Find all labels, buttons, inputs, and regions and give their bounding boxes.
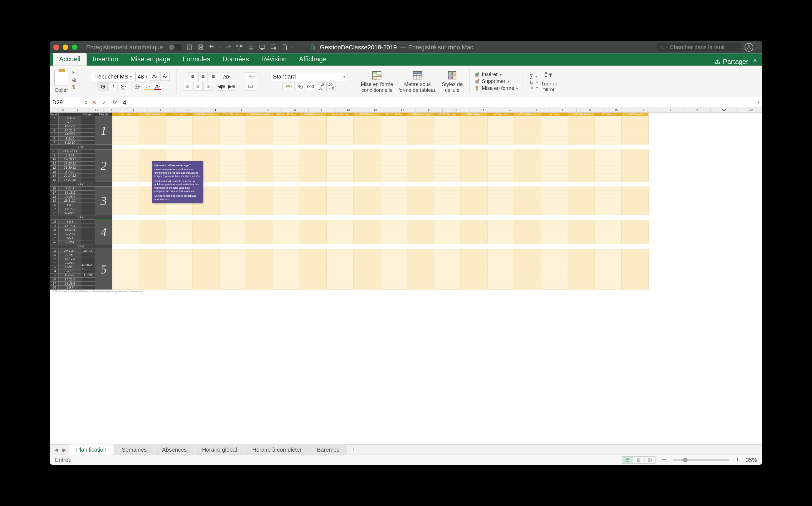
share-button[interactable]: Partager [715,58,751,66]
sheet-tab-horaire-completer[interactable]: Horaire à compléter [245,444,309,455]
close-window-button[interactable] [53,45,59,50]
font-name-select[interactable]: Trebuchet MS▾ [91,72,134,81]
redo-icon[interactable] [225,44,232,51]
page-break-view-icon[interactable] [644,456,655,463]
help-comment-box[interactable]: Comment utiliser cette page ? Ce tableau… [152,161,203,203]
print-icon[interactable] [247,44,255,51]
undo-icon[interactable] [208,44,216,51]
tab-revision[interactable]: Révision [255,53,293,66]
fx-icon[interactable]: fx [110,99,120,106]
font-color-button[interactable]: A▾ [153,82,162,91]
sheet-tab-horaire-global[interactable]: Horaire global [194,444,244,455]
clear-icon[interactable]: ▾ [530,85,538,90]
account-icon[interactable] [745,43,753,52]
delete-cells-button[interactable]: Supprimer▾ [474,79,518,84]
history-icon[interactable] [186,44,193,51]
svg-rect-24 [453,76,456,79]
cancel-edit-icon[interactable]: ✕ [89,99,99,106]
tab-donnees[interactable]: Données [216,53,255,66]
zoom-in-button[interactable]: + [733,456,741,463]
formula-input[interactable]: 4 [120,99,754,106]
document-status: — Enregistré sur mon Mac [400,44,473,51]
undo-more-caret[interactable]: ▾ [219,45,221,50]
increase-font-icon[interactable]: A▴ [150,72,159,80]
tab-insertion[interactable]: Insertion [87,53,124,66]
font-size-select[interactable]: 48▾ [136,72,149,81]
search-input[interactable]: ▾ Chercher dans la feuill [657,43,741,51]
sort-filter-button[interactable]: AZ Trier et filtrer [541,71,557,92]
paste-button[interactable]: Coller [55,70,68,93]
align-middle-icon[interactable]: ≡ [198,72,208,81]
sheet-tab-absences[interactable]: Absences [155,444,194,455]
period-cell-3[interactable]: 3 [95,186,112,215]
insert-cells-button[interactable]: Insérer▾ [474,72,518,77]
increase-indent-icon[interactable]: ▶≡ [227,82,236,90]
wrap-text-icon[interactable]: ▾ [245,72,257,81]
confirm-edit-icon[interactable]: ✓ [99,99,110,106]
zoom-out-button[interactable]: − [659,456,668,464]
format-painter-icon[interactable] [70,84,77,90]
decrease-decimal-icon[interactable]: .00→.0 [326,82,335,91]
tab-affichage[interactable]: Affichage [293,53,332,66]
align-right-icon[interactable] [204,82,213,90]
presentation-icon[interactable] [258,44,266,51]
cell-styles-button[interactable]: Styles de cellule [442,70,463,93]
next-sheet-icon[interactable]: ▶ [61,447,68,453]
number-format-select[interactable]: Standard▾ [270,72,347,81]
align-center-icon[interactable] [193,82,202,90]
percent-icon[interactable]: % [296,82,305,91]
autosum-icon[interactable]: ∑ ▾ [530,73,538,79]
new-doc-icon[interactable] [281,44,289,51]
thousands-icon[interactable]: 000 [306,82,315,91]
sheet-tab-semaines[interactable]: Semaines [114,444,154,455]
cut-icon[interactable]: ✂ [70,70,77,75]
column-headers[interactable]: ABCDEFGHIJKLMNOPQRSTUVWXYZAAAB [50,108,762,112]
align-bottom-icon[interactable]: ≡ [209,72,218,81]
name-box-spinner[interactable]: ▴▾ [83,99,89,105]
underline-button[interactable]: S▾ [119,82,128,91]
tab-accueil[interactable]: Accueil [53,53,87,66]
merge-cells-icon[interactable]: ▾ [245,82,257,90]
tab-mise-en-page[interactable]: Mise en page [124,53,176,66]
qat-customize-caret[interactable]: ▾ [292,45,294,50]
borders-button[interactable]: ▾ [133,82,142,91]
expand-formula-bar-icon[interactable]: ▾ [754,100,762,105]
account-caret[interactable]: ▾ [757,45,758,50]
minimize-window-button[interactable] [63,45,68,50]
edit-sheet-icon[interactable] [269,44,277,51]
align-top-icon[interactable]: ≡ [188,72,197,81]
format-as-table-button[interactable]: Mettre sous forme de tableau [398,70,436,93]
name-box[interactable]: D29 [50,97,83,107]
increase-decimal-icon[interactable]: ←.0.00 [316,82,325,91]
add-sheet-button[interactable]: + [350,446,358,453]
maximize-window-button[interactable] [72,45,77,50]
conditional-format-button[interactable]: Mise en forme conditionnelle [361,70,393,93]
period-cell-2[interactable]: 2 [95,149,112,182]
normal-view-icon[interactable] [622,456,633,463]
page-layout-view-icon[interactable] [633,456,644,463]
italic-button[interactable]: I [108,82,118,91]
align-left-icon[interactable] [183,82,192,90]
tab-formules[interactable]: Formules [176,53,217,66]
zoom-percent[interactable]: 35% [746,456,757,463]
period-cell-1[interactable]: 1 [95,116,112,145]
decrease-font-icon[interactable]: A▾ [160,72,170,80]
period-cell-5[interactable]: 5 [95,249,112,289]
copy-icon[interactable] [70,77,77,82]
currency-icon[interactable]: ▾ [282,82,295,91]
orientation-icon[interactable]: ab▾ [222,72,231,81]
decrease-indent-icon[interactable]: ◀≡ [217,82,226,90]
spellcheck-icon[interactable]: abc✓ [236,44,244,51]
format-cells-button[interactable]: Mise en forme▾ [474,85,518,91]
fill-color-button[interactable]: ▾ [143,82,152,91]
bold-button[interactable]: G [98,82,107,91]
sheet-tab-planification[interactable]: Planification [69,444,114,455]
collapse-ribbon-icon[interactable]: ^ [751,58,759,66]
autosave-toggle[interactable] [168,44,182,51]
period-cell-4[interactable]: 4 [95,220,112,244]
fill-icon[interactable]: ▾ [530,80,538,84]
prev-sheet-icon[interactable]: ◀ [53,447,60,453]
zoom-slider[interactable] [673,459,729,461]
save-icon[interactable] [197,44,205,51]
sheet-tab-baremes[interactable]: Barèmes [309,444,347,455]
